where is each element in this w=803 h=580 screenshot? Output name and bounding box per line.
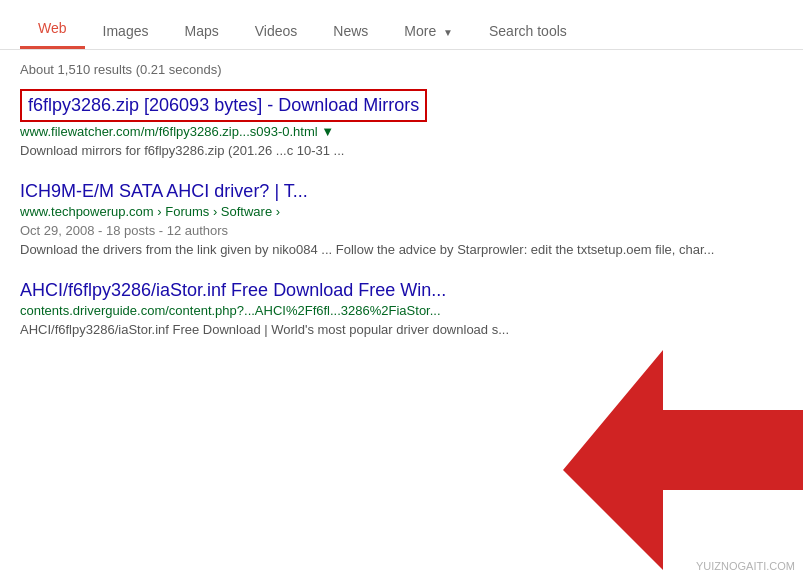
result-3-title[interactable]: AHCI/f6flpy3286/iaStor.inf Free Download… xyxy=(20,280,783,301)
result-1-url-text: www.filewatcher.com/m/f6flpy3286.zip...s… xyxy=(20,124,334,139)
tab-videos[interactable]: Videos xyxy=(237,13,316,49)
result-1-snippet-text: Download mirrors for f6flpy3286.zip (201… xyxy=(20,143,344,158)
result-item-2: ICH9M-E/M SATA AHCI driver? | T... www.t… xyxy=(20,181,783,260)
watermark: YUIZNOGAITI.COM xyxy=(696,560,795,572)
tab-search-tools-label: Search tools xyxy=(489,23,567,39)
tab-maps[interactable]: Maps xyxy=(166,13,236,49)
tab-search-tools[interactable]: Search tools xyxy=(471,13,585,49)
tab-web-label: Web xyxy=(38,20,67,36)
result-3-url: contents.driverguide.com/content.php?...… xyxy=(20,303,783,318)
more-dropdown-arrow: ▼ xyxy=(443,27,453,38)
results-container: f6flpy3286.zip [206093 bytes] - Download… xyxy=(0,89,803,339)
navigation-bar: Web Images Maps Videos News More ▼ Searc… xyxy=(0,0,803,50)
results-info: About 1,510 results (0.21 seconds) xyxy=(0,50,803,89)
tab-images-label: Images xyxy=(103,23,149,39)
tab-web[interactable]: Web xyxy=(20,10,85,49)
result-2-title[interactable]: ICH9M-E/M SATA AHCI driver? | T... xyxy=(20,181,783,202)
tab-news[interactable]: News xyxy=(315,13,386,49)
result-2-date: Oct 29, 2008 - 18 posts - 12 authors xyxy=(20,223,228,238)
tab-maps-label: Maps xyxy=(184,23,218,39)
result-2-url-text: www.techpowerup.com › Forums › Software … xyxy=(20,204,280,219)
result-1-url: www.filewatcher.com/m/f6flpy3286.zip...s… xyxy=(20,124,783,139)
result-item-3: AHCI/f6flpy3286/iaStor.inf Free Download… xyxy=(20,280,783,340)
result-3-url-text: contents.driverguide.com/content.php?...… xyxy=(20,303,441,318)
result-2-snippet-text: Download the drivers from the link given… xyxy=(20,242,714,257)
result-item-1: f6flpy3286.zip [206093 bytes] - Download… xyxy=(20,89,783,161)
result-1-title[interactable]: f6flpy3286.zip [206093 bytes] - Download… xyxy=(20,89,427,122)
tab-more[interactable]: More ▼ xyxy=(386,13,471,49)
result-3-snippet-text: AHCI/f6flpy3286/iaStor.inf Free Download… xyxy=(20,322,509,337)
results-count: About 1,510 results (0.21 seconds) xyxy=(20,62,222,77)
result-2-url: www.techpowerup.com › Forums › Software … xyxy=(20,204,783,219)
tab-images[interactable]: Images xyxy=(85,13,167,49)
result-1-snippet: Download mirrors for f6flpy3286.zip (201… xyxy=(20,141,783,161)
tab-more-label: More xyxy=(404,23,436,39)
arrow-overlay xyxy=(563,350,783,550)
tab-news-label: News xyxy=(333,23,368,39)
svg-marker-0 xyxy=(563,350,803,570)
result-3-snippet: AHCI/f6flpy3286/iaStor.inf Free Download… xyxy=(20,320,783,340)
tab-videos-label: Videos xyxy=(255,23,298,39)
result-2-snippet: Oct 29, 2008 - 18 posts - 12 authors Dow… xyxy=(20,221,783,260)
